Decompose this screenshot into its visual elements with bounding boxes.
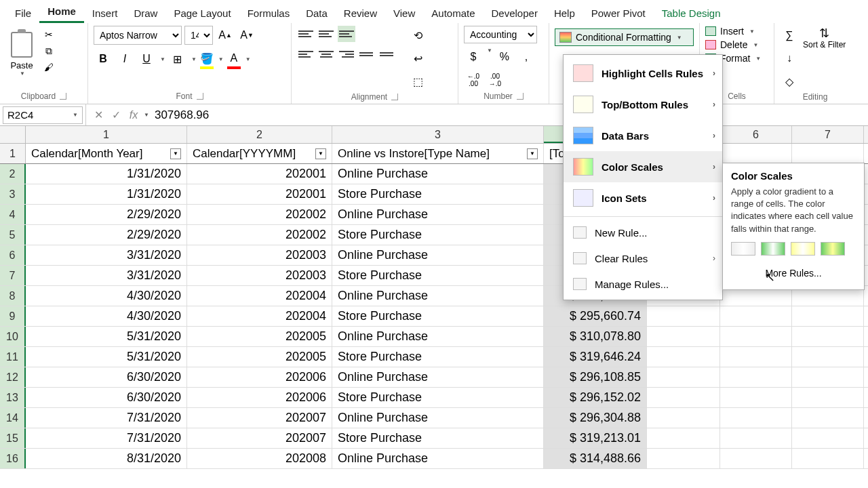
cell[interactable]: [792, 306, 864, 326]
conditional-formatting-button[interactable]: Conditional Formatting ▼: [555, 28, 694, 46]
borders-icon[interactable]: ⊞: [168, 49, 187, 68]
copy-icon[interactable]: ⧉: [42, 45, 56, 57]
font-color-icon[interactable]: A: [226, 49, 241, 68]
cell[interactable]: 202003: [187, 245, 332, 265]
align-left-icon[interactable]: [297, 46, 315, 62]
cell[interactable]: Online Purchase: [332, 449, 544, 468]
cs-more-rules[interactable]: More Rules...: [731, 265, 856, 281]
cell[interactable]: [792, 327, 864, 346]
cell[interactable]: Online Purchase: [332, 164, 544, 184]
column-header-cell[interactable]: Calendar[Month Year]▼: [26, 144, 187, 163]
percent-icon[interactable]: %: [495, 47, 514, 66]
tab-power-pivot[interactable]: Power Pivot: [583, 3, 654, 23]
cell[interactable]: [720, 367, 792, 387]
cell[interactable]: 1/31/2020: [26, 164, 187, 184]
row-header[interactable]: 11: [0, 347, 26, 367]
cf-new-rule[interactable]: New Rule...: [564, 220, 722, 245]
tab-home[interactable]: Home: [39, 1, 84, 23]
cell[interactable]: $ 314,488.66: [544, 449, 647, 468]
align-center-icon[interactable]: [317, 46, 335, 62]
tab-automate[interactable]: Automate: [423, 3, 483, 23]
tab-help[interactable]: Help: [546, 3, 583, 23]
cell[interactable]: $ 319,213.01: [544, 428, 647, 448]
tab-view[interactable]: View: [385, 3, 423, 23]
cell[interactable]: Store Purchase: [332, 347, 544, 367]
currency-icon[interactable]: $: [464, 47, 483, 66]
color-scale-option-1[interactable]: [731, 242, 755, 256]
row-header[interactable]: 10: [0, 327, 26, 346]
wrap-text-icon[interactable]: ↩: [408, 49, 427, 68]
col-header-7[interactable]: 7: [792, 126, 864, 143]
align-top-icon[interactable]: [297, 26, 315, 42]
align-middle-icon[interactable]: [317, 26, 335, 42]
cell[interactable]: 5/31/2020: [26, 347, 187, 367]
cell[interactable]: 202006: [187, 367, 332, 387]
cell[interactable]: 6/30/2020: [26, 367, 187, 387]
cell[interactable]: $ 310,078.80: [544, 327, 647, 346]
row-header[interactable]: 4: [0, 205, 26, 224]
fx-icon[interactable]: fx: [125, 109, 142, 121]
cell[interactable]: 6/30/2020: [26, 388, 187, 407]
cell[interactable]: 202006: [187, 388, 332, 407]
cell[interactable]: 202005: [187, 327, 332, 346]
cell[interactable]: 202007: [187, 408, 332, 428]
enter-formula-icon[interactable]: ✓: [107, 108, 125, 121]
column-header-cell[interactable]: Online vs Instore[Type Name]▼: [332, 144, 544, 163]
filter-icon[interactable]: ▼: [170, 148, 181, 159]
cf-icon-sets[interactable]: Icon Sets ›: [564, 182, 722, 214]
filter-icon[interactable]: ▼: [527, 148, 538, 159]
cell[interactable]: 4/30/2020: [26, 306, 187, 326]
orientation-icon[interactable]: ⟲: [408, 26, 427, 45]
row-header[interactable]: 15: [0, 428, 26, 448]
row-header[interactable]: 6: [0, 245, 26, 265]
format-painter-icon[interactable]: 🖌: [42, 61, 56, 73]
clear-icon[interactable]: ◇: [780, 72, 799, 91]
cell[interactable]: 202001: [187, 184, 332, 204]
cell[interactable]: [792, 367, 864, 387]
row-header-1[interactable]: 1: [0, 144, 26, 163]
color-scale-option-3[interactable]: [791, 242, 815, 256]
cell[interactable]: [647, 388, 720, 407]
cell[interactable]: Store Purchase: [332, 266, 544, 285]
row-header[interactable]: 7: [0, 266, 26, 285]
cell[interactable]: 8/31/2020: [26, 449, 187, 468]
cell[interactable]: [792, 408, 864, 428]
fill-icon[interactable]: ↓: [780, 49, 799, 68]
cell[interactable]: 202002: [187, 205, 332, 224]
cell[interactable]: [792, 388, 864, 407]
select-all-corner[interactable]: [0, 126, 26, 143]
cell[interactable]: Online Purchase: [332, 286, 544, 306]
row-header[interactable]: 12: [0, 367, 26, 387]
font-name-select[interactable]: Aptos Narrow: [94, 26, 182, 45]
decrease-indent-icon[interactable]: [358, 46, 376, 62]
cell[interactable]: 202005: [187, 347, 332, 367]
cell[interactable]: [720, 347, 792, 367]
tab-data[interactable]: Data: [298, 3, 336, 23]
cell[interactable]: 7/31/2020: [26, 408, 187, 428]
cell[interactable]: [647, 428, 720, 448]
cell[interactable]: 202007: [187, 428, 332, 448]
col-header-2[interactable]: 2: [187, 126, 332, 143]
merge-icon[interactable]: ⬚: [408, 72, 427, 91]
cell[interactable]: 2/29/2020: [26, 205, 187, 224]
cell[interactable]: Store Purchase: [332, 388, 544, 407]
tab-insert[interactable]: Insert: [84, 3, 126, 23]
cf-highlight-rules[interactable]: Highlight Cells Rules ›: [564, 58, 722, 89]
tab-developer[interactable]: Developer: [484, 3, 546, 23]
font-size-select[interactable]: 14: [184, 26, 213, 45]
cf-color-scales[interactable]: Color Scales ›: [564, 151, 722, 182]
row-header[interactable]: 3: [0, 184, 26, 204]
cell[interactable]: 5/31/2020: [26, 327, 187, 346]
tab-review[interactable]: Review: [336, 3, 385, 23]
underline-button[interactable]: U: [137, 49, 156, 68]
cell[interactable]: $ 296,152.02: [544, 388, 647, 407]
cell[interactable]: 202001: [187, 164, 332, 184]
decrease-font-icon[interactable]: A▼: [237, 26, 256, 45]
color-scale-option-4[interactable]: [821, 242, 845, 256]
cell[interactable]: $ 295,660.74: [544, 306, 647, 326]
cell[interactable]: Online Purchase: [332, 205, 544, 224]
cell[interactable]: [720, 408, 792, 428]
cell[interactable]: [720, 327, 792, 346]
italic-button[interactable]: I: [115, 49, 134, 68]
insert-cells-button[interactable]: Insert▼: [705, 26, 768, 37]
